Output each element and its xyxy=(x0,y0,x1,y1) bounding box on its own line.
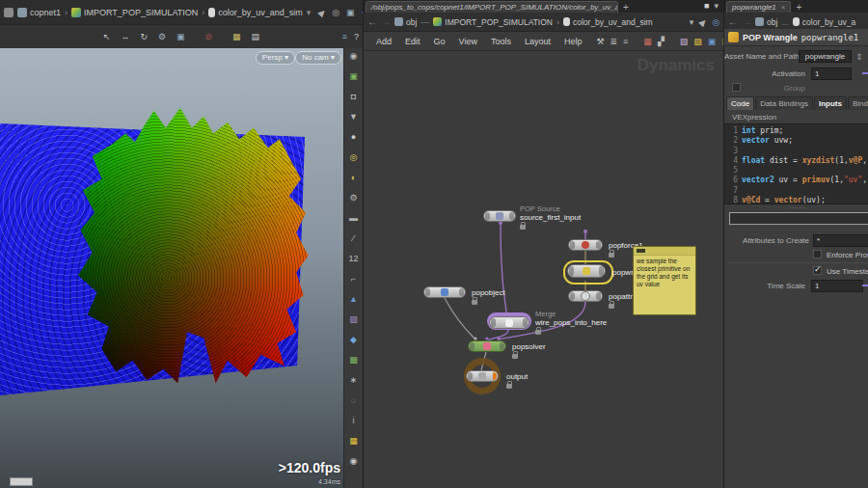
menu-view[interactable]: View xyxy=(452,37,484,46)
forward-icon[interactable]: → xyxy=(381,16,391,27)
code-line[interactable]: 7 xyxy=(724,186,868,196)
viewport-camera-icon[interactable]: ◉ xyxy=(350,456,358,476)
collapsed-path[interactable]: ... xyxy=(781,17,789,27)
camera-select-button[interactable]: No cam ▾ xyxy=(295,51,341,65)
node-name-field[interactable]: popwrangle1 xyxy=(801,33,859,42)
follow-icon[interactable]: ◎ xyxy=(712,17,719,27)
activation-slider[interactable] xyxy=(862,72,868,74)
pin-icon[interactable]: ▶ xyxy=(316,7,328,18)
node-popattract1[interactable] xyxy=(568,290,603,302)
ruler-icon[interactable]: ⌐ xyxy=(351,274,356,294)
use-timestep-checkbox[interactable]: ✓ xyxy=(813,266,822,275)
menu-edit[interactable]: Edit xyxy=(398,37,427,46)
time-scale-field[interactable]: 1 xyxy=(811,280,863,292)
editor-resize-grip[interactable]: ⋯⋯ xyxy=(724,204,868,211)
time-scale-slider[interactable] xyxy=(862,285,868,286)
snippet-field[interactable] xyxy=(729,212,868,225)
thumbnails-icon[interactable]: ▞ xyxy=(658,37,665,46)
sticky-note-collapse-handle[interactable] xyxy=(637,249,645,253)
viewport-3d[interactable]: Persp ▾ No cam ▾ >120.0fps 4.34ms xyxy=(0,48,343,488)
visibility-icon[interactable]: ◉ xyxy=(350,51,358,71)
param-tab[interactable]: popwrangle1 × xyxy=(726,1,791,13)
breadcrumb-copnet[interactable]: copnet1 xyxy=(17,8,61,17)
node-output[interactable] xyxy=(466,370,499,382)
tree-view-icon[interactable]: ≣ xyxy=(610,37,618,46)
dome-light-icon[interactable]: ● xyxy=(351,132,356,152)
display-options-icon[interactable]: ≡ xyxy=(342,32,347,41)
sticky-note-icon[interactable]: ▨ xyxy=(693,37,702,46)
code-line[interactable]: 3 xyxy=(724,147,868,156)
menu-tools[interactable]: Tools xyxy=(484,37,518,46)
list-view-icon[interactable]: ≡ xyxy=(623,37,628,46)
lamp-icon[interactable]: ◎ xyxy=(350,152,358,173)
code-line[interactable]: 6vector2 uv = primuv(1,"uv", xyxy=(724,176,868,185)
breadcrumb-sim[interactable]: IMPORT_POP_SIMULATION xyxy=(71,8,198,17)
pane-type-icon[interactable] xyxy=(4,8,14,17)
headlight-icon[interactable]: ◐ xyxy=(351,173,356,193)
tab-code[interactable]: Code xyxy=(726,96,754,110)
snap-tool-icon[interactable]: ▣ xyxy=(176,32,185,41)
breadcrumb-obj[interactable]: obj xyxy=(755,17,777,27)
view-grid-icon[interactable]: ▦ xyxy=(232,32,241,41)
pencil-icon[interactable]: ∕ xyxy=(353,233,355,254)
spotlight-icon[interactable]: ▼ xyxy=(349,112,358,132)
geometry-icon[interactable]: ▩ xyxy=(349,355,358,375)
menu-help[interactable]: Help xyxy=(557,37,589,46)
grid-toggle-icon[interactable]: ▦ xyxy=(349,436,358,456)
forward-icon[interactable]: → xyxy=(742,16,751,27)
pin-icon[interactable]: ▶ xyxy=(697,16,709,28)
snapshot-cube-icon[interactable]: ▣ xyxy=(346,8,355,17)
rotate-tool-icon[interactable]: ↻ xyxy=(140,32,148,41)
tab-bindings[interactable]: Bindings xyxy=(848,96,868,110)
path-dropdown-icon[interactable]: ▾ xyxy=(307,8,312,17)
brush-icon[interactable]: ▬ xyxy=(349,213,358,233)
node-popobject[interactable] xyxy=(423,286,466,298)
menu-layout[interactable]: Layout xyxy=(518,37,557,46)
font-size-icon[interactable]: 12 xyxy=(348,254,358,274)
code-line[interactable]: 2vector uvw; xyxy=(724,136,868,146)
attributes-to-create-field[interactable]: * xyxy=(813,234,868,247)
breadcrumb-geo[interactable]: color_by_uv_and_sim xyxy=(563,17,653,27)
vexpression-editor[interactable]: 1int prim;2vector uvw;34float dist = xyz… xyxy=(724,123,868,204)
select-tool-icon[interactable]: ↖ xyxy=(103,32,111,41)
close-tab-icon[interactable]: × xyxy=(781,3,786,13)
menu-go[interactable]: Go xyxy=(427,37,452,46)
new-tab-button[interactable]: + xyxy=(620,2,632,13)
points-icon[interactable]: ◆ xyxy=(350,335,357,355)
gears-icon[interactable]: ⚙ xyxy=(349,193,357,213)
code-line[interactable]: 4float dist = xyzdist(1,v@P, xyxy=(724,156,868,166)
asset-spinner-icon[interactable]: ⇕ xyxy=(855,52,863,62)
back-icon[interactable]: ← xyxy=(367,16,377,27)
breadcrumb-geo[interactable]: color_by_uv_a xyxy=(793,17,855,27)
axis-icon[interactable]: ∗ xyxy=(350,375,358,395)
tab-inputs[interactable]: Inputs xyxy=(814,96,847,110)
snapshot-icon[interactable]: ▣ xyxy=(349,71,358,92)
persp-view-button[interactable]: Persp ▾ xyxy=(256,51,295,65)
notes-display-icon[interactable]: ▧ xyxy=(680,37,689,46)
sticky-note[interactable]: we sample the closest primitive on the g… xyxy=(633,246,696,315)
code-line[interactable]: 5 xyxy=(724,166,868,176)
pose-tool-icon[interactable]: ⚙ xyxy=(158,32,166,41)
breadcrumb-geo[interactable]: color_by_uv_and_sim xyxy=(208,8,303,17)
normals-icon[interactable]: ▲ xyxy=(349,294,358,314)
code-line[interactable]: 1int prim; xyxy=(724,126,868,136)
dots-icon[interactable]: ◌ xyxy=(351,395,356,416)
breadcrumb-obj[interactable]: obj xyxy=(394,17,417,27)
recent-dropdown-icon[interactable]: ▾ xyxy=(690,17,694,27)
translate-tool-icon[interactable]: ↔ xyxy=(121,32,129,41)
tools-wrench-icon[interactable]: ⚒ xyxy=(596,37,604,46)
new-tab-button[interactable]: + xyxy=(793,2,804,13)
background-image-icon[interactable]: ▣ xyxy=(708,37,717,46)
node-source-first-input[interactable] xyxy=(483,210,516,222)
back-icon[interactable]: ← xyxy=(728,16,738,27)
tab-data-bindings[interactable]: Data Bindings xyxy=(755,96,813,110)
network-canvas[interactable]: Dynamics POP Source xyxy=(364,50,724,488)
node-popwrangle1[interactable] xyxy=(567,264,606,278)
breadcrumb-sim[interactable]: IMPORT_POP_SIMULATION xyxy=(433,17,553,27)
activation-field[interactable]: 1 xyxy=(811,68,852,80)
sticky-note-header[interactable] xyxy=(634,247,695,256)
node-popsolver[interactable] xyxy=(468,340,506,352)
link-target-icon[interactable]: ◎ xyxy=(332,8,339,17)
settings-box-icon[interactable]: ▤ xyxy=(252,32,260,41)
help-icon[interactable]: ? xyxy=(354,32,359,41)
